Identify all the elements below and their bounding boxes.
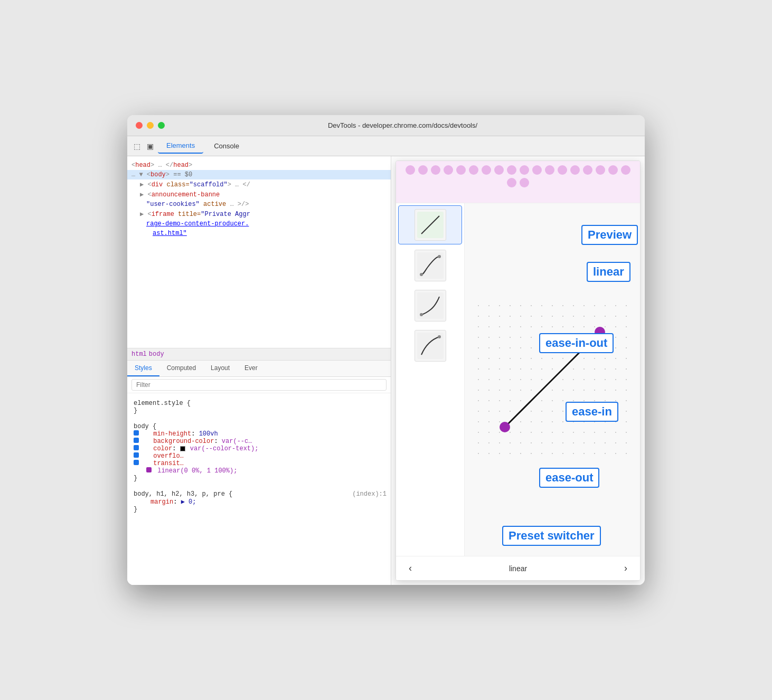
breadcrumb-body[interactable]: body	[149, 351, 164, 358]
tab-computed[interactable]: Computed	[159, 361, 203, 376]
easing-preview	[396, 161, 640, 203]
preview-dot	[558, 165, 567, 175]
preview-dot	[520, 178, 529, 187]
preview-dot	[545, 165, 554, 175]
rule-source: (index):1	[352, 490, 387, 498]
device-icon[interactable]: ▣	[145, 140, 156, 153]
preview-dot	[482, 165, 491, 175]
left-panel: <head> … </head> … ▼ <body> == $0 ▶ <div…	[127, 156, 391, 585]
tab-styles[interactable]: Styles	[127, 361, 159, 376]
css-rule-body-headings: body, h1, h2, h3, p, pre { (index):1 mar…	[127, 488, 391, 515]
maximize-button[interactable]	[158, 122, 165, 129]
css-prop-margin: margin: ▶ 0;	[142, 498, 387, 506]
color-swatch[interactable]	[180, 446, 185, 451]
css-rule-element-style: element.style { }	[127, 398, 391, 417]
tab-elements[interactable]: Elements	[158, 138, 203, 154]
next-preset-button[interactable]: ›	[620, 561, 632, 576]
css-prop-linear: linear(0 0%, 1 100%);	[146, 467, 387, 475]
tab-layout[interactable]: Layout	[203, 361, 237, 376]
preview-dot	[520, 165, 529, 175]
close-button[interactable]	[136, 122, 143, 129]
preview-dot	[596, 165, 605, 175]
element-line-iframe[interactable]: ▶ <iframe title="Private Aggr	[127, 209, 391, 219]
annotation-ease-in-out: ease-in-out	[539, 333, 614, 353]
svg-point-3	[420, 273, 423, 276]
preview-dot	[456, 165, 466, 175]
preset-ease-out[interactable]	[398, 327, 462, 365]
breadcrumb-html[interactable]: html	[131, 351, 147, 358]
traffic-lights	[136, 122, 165, 129]
preset-linear[interactable]	[398, 205, 462, 244]
devtools-window: DevTools - developer.chrome.com/docs/dev…	[127, 115, 645, 585]
checkbox-bg[interactable]	[134, 438, 139, 443]
css-prop-bg: background-color: var(--c…	[134, 438, 387, 445]
preview-dot	[406, 165, 415, 175]
svg-point-4	[438, 255, 441, 258]
title-bar: DevTools - developer.chrome.com/docs/dev…	[127, 115, 645, 136]
element-line-announcement[interactable]: ▶ <announcement-banne	[127, 190, 391, 200]
devtools-body: <head> … </head> … ▼ <body> == $0 ▶ <div…	[127, 156, 645, 585]
annotation-preview: Preview	[581, 225, 638, 245]
css-prop-overflow: overflo…	[134, 452, 387, 460]
inspect-icon[interactable]: ⬚	[131, 140, 143, 153]
preset-ease-in-out-thumb	[415, 250, 446, 281]
preview-dot	[494, 165, 504, 175]
css-prop-min-height: min-height: 100vh	[134, 430, 387, 438]
preview-dot	[532, 165, 542, 175]
window-title: DevTools - developer.chrome.com/docs/dev…	[169, 121, 636, 129]
preview-dot	[621, 165, 630, 175]
preview-dot	[608, 165, 618, 175]
element-line-iframe3[interactable]: ast.html"	[127, 229, 391, 238]
tab-console[interactable]: Console	[205, 139, 248, 153]
preview-dot	[418, 165, 428, 175]
checkbox-overflow[interactable]	[134, 452, 139, 458]
devtools-container: ⬚ ▣ Elements Console <head> … </head> … …	[127, 136, 645, 585]
css-selector: element.style {	[134, 400, 191, 407]
annotation-preset-switcher: Preset switcher	[502, 526, 601, 546]
preset-ease-in-out[interactable]	[398, 247, 462, 285]
breadcrumb: html body	[127, 348, 391, 361]
devtools-toolbar: ⬚ ▣ Elements Console	[127, 136, 645, 156]
preview-dot	[469, 165, 478, 175]
checkbox-min-height[interactable]	[134, 430, 139, 436]
svg-point-8	[438, 335, 441, 338]
svg-point-6	[420, 313, 423, 316]
minimize-button[interactable]	[147, 122, 154, 129]
easing-presets	[396, 203, 465, 556]
css-rule-body: body { min-height: 100vh background-colo…	[127, 421, 391, 484]
preset-linear-thumb	[415, 209, 446, 241]
element-line-iframe2[interactable]: rage-demo-content-producer.	[127, 219, 391, 229]
preview-dot	[444, 165, 453, 175]
filter-input[interactable]	[131, 379, 387, 391]
css-prop-color: color: var(--color-text);	[134, 445, 387, 452]
prev-preset-button[interactable]: ‹	[404, 561, 416, 576]
preview-dot	[507, 165, 516, 175]
filter-bar	[127, 377, 391, 393]
element-line-div[interactable]: ▶ <div class="scaffold"> … </	[127, 179, 391, 190]
element-line-cookies[interactable]: "user-cookies" active … >/>	[127, 200, 391, 209]
styles-tabs: Styles Computed Layout Ever	[127, 361, 391, 377]
element-line-body[interactable]: … ▼ <body> == $0	[127, 170, 391, 179]
styles-panel: element.style { } body { min-height: 100…	[127, 393, 391, 585]
easing-svg	[473, 300, 632, 459]
tab-ever[interactable]: Ever	[237, 361, 265, 376]
annotation-ease-in: ease-in	[566, 402, 618, 422]
easing-bottom-bar: ‹ linear ›	[396, 556, 640, 580]
preset-ease-in[interactable]	[398, 287, 462, 325]
preset-ease-out-thumb	[415, 330, 446, 362]
preview-dot	[431, 165, 440, 175]
right-panel: ‹ linear › Preview linear ease-in-out ea…	[391, 156, 645, 585]
preview-dot	[583, 165, 592, 175]
checkbox-transition[interactable]	[134, 460, 139, 465]
control-point-bottom[interactable]	[500, 422, 510, 432]
elements-tree: <head> … </head> … ▼ <body> == $0 ▶ <div…	[127, 156, 391, 348]
preview-dot	[570, 165, 580, 175]
annotation-ease-out: ease-out	[539, 468, 599, 488]
line-editor-canvas	[473, 300, 632, 459]
checkbox-linear[interactable]	[146, 467, 152, 472]
element-line[interactable]: <head> … </head>	[127, 160, 391, 170]
easing-popup: ‹ linear ›	[396, 160, 641, 581]
checkbox-color[interactable]	[134, 445, 139, 450]
preview-dots-row	[400, 165, 636, 187]
preview-dot	[507, 178, 516, 187]
